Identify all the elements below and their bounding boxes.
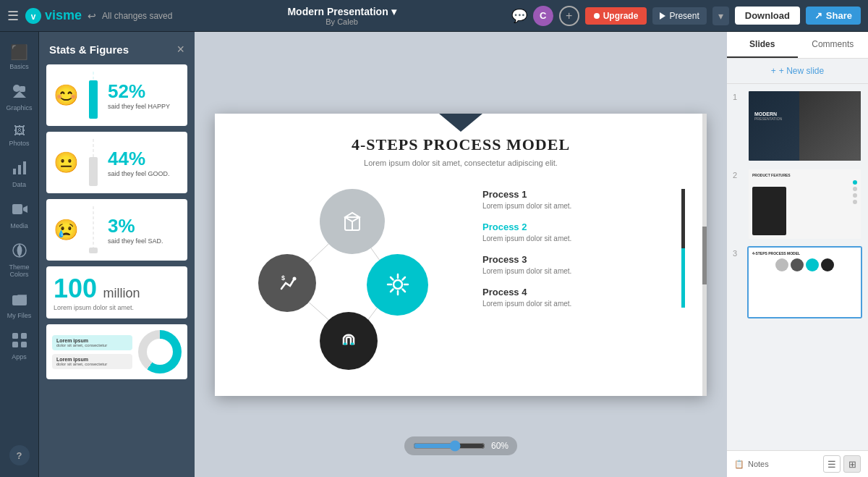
sidebar-item-media[interactable]: Media (0, 195, 38, 235)
slide-scrollbar-thumb (702, 227, 707, 284)
good-text: 44% said they feel GOOD. (108, 148, 170, 177)
upgrade-button[interactable]: Upgrade (585, 7, 647, 25)
topbar-center: Modern Presentation ▾ By Caleb (178, 6, 505, 26)
process-item-3: Process 3 Lorem ipsum dolor sit amet. (482, 254, 676, 275)
sad-stat-card[interactable]: 😢 3% said they feel SAD. (46, 199, 187, 261)
slide-num-3: 3 (733, 246, 741, 258)
svg-rect-21 (89, 248, 98, 253)
canvas-bottom: 60% (404, 436, 517, 455)
svg-line-42 (402, 290, 405, 292)
million-stat-card[interactable]: 100 million Lorem ipsum dolor sit amet. (46, 266, 187, 318)
avatar[interactable]: C (533, 6, 553, 26)
donut-chart (138, 330, 182, 373)
grid-view-button[interactable]: ⊞ (843, 455, 861, 473)
new-slide-label: + New slide (779, 66, 824, 76)
slide-thumbnail-2[interactable]: PRODUCT FEATURES (747, 168, 862, 240)
panel-title: Stats & Figures (49, 43, 129, 56)
zoom-slider[interactable] (413, 440, 485, 452)
slide-thumbnail-3[interactable]: 4-STEPS PROCESS MODEL (747, 246, 862, 318)
slide-thumbnail-1[interactable]: MODERN PRESENTATION (747, 90, 862, 162)
thumb-product-content: PRODUCT FEATURES (749, 169, 861, 239)
topbar: ☰ v visme ↩ All changes saved Modern Pre… (0, 0, 868, 32)
stats-panel: Stats & Figures × 😊 52% said they feel H… (39, 32, 195, 477)
graphics-icon (12, 83, 27, 102)
process-circle-2: $ (258, 254, 316, 312)
sidebar-item-apps[interactable]: Apps (0, 326, 38, 366)
help-button[interactable]: ? (9, 445, 30, 465)
upgrade-label: Upgrade (603, 11, 639, 21)
sidebar-item-media-label: Media (10, 222, 28, 229)
process-circle-1 (320, 189, 385, 254)
thumb-dot-1 (853, 180, 857, 185)
svg-rect-6 (18, 165, 21, 174)
present-dropdown-button[interactable]: ▾ (712, 7, 729, 25)
svg-point-2 (13, 85, 20, 92)
svg-rect-12 (12, 333, 18, 339)
add-collaborator-button[interactable]: + (559, 6, 579, 26)
present-button[interactable]: Present (652, 7, 706, 25)
sidebar-item-basics[interactable]: ⬛ Basics (0, 38, 38, 76)
sidebar-item-graphics[interactable]: Graphics (0, 77, 38, 117)
svg-point-34 (293, 277, 297, 280)
panel-header: Stats & Figures × (39, 32, 195, 64)
slide-title: 4-STEPS PROCESS MODEL (215, 135, 707, 154)
logo-text: visme (45, 8, 82, 23)
comment-icon[interactable]: 💬 (511, 8, 527, 24)
menu-icon[interactable]: ☰ (7, 8, 19, 24)
panel-close-button[interactable]: × (176, 42, 184, 57)
slide-num-1: 1 (733, 90, 741, 101)
share-button[interactable]: ↗ Share (806, 7, 861, 25)
panel-content: 😊 52% said they feel HAPPY 😐 (39, 64, 195, 477)
magnet-icon (336, 328, 362, 354)
speech-bubble-2: Lorem ipsum dolor sit amet, consectetur (52, 354, 132, 369)
thumb-process-circles (752, 258, 857, 271)
donut-inner (147, 339, 173, 365)
svg-rect-11 (12, 295, 27, 305)
tab-comments[interactable]: Comments (798, 32, 869, 58)
sidebar-item-data[interactable]: Data (0, 154, 38, 194)
svg-rect-8 (12, 204, 22, 214)
slide-subtitle: Lorem ipsum dolor sit amet, consectetur … (215, 159, 707, 167)
donut-card[interactable]: Lorem ipsum dolor sit amet, consectetur … (46, 324, 187, 379)
title-dropdown-icon[interactable]: ▾ (391, 6, 396, 17)
slides-list: 1 MODERN PRESENTATION 2 PRODUCT FEATURES (727, 84, 868, 450)
logo: v visme (25, 7, 82, 25)
tp-circle-4 (821, 258, 834, 271)
svg-rect-17 (89, 80, 98, 119)
notes-button[interactable]: 📋 Notes (734, 460, 769, 469)
slide-canvas[interactable]: 4-STEPS PROCESS MODEL Lorem ipsum dolor … (215, 114, 707, 396)
basics-icon: ⬛ (10, 43, 28, 61)
process-item-1: Process 1 Lorem ipsum dolor sit amet. (482, 189, 676, 210)
happy-emoji: 😊 (54, 83, 79, 107)
svg-line-43 (402, 277, 405, 280)
happy-stat-card[interactable]: 😊 52% said they feel HAPPY (46, 64, 187, 126)
photos-icon: 🖼 (14, 124, 25, 138)
process-2-desc: Lorem ipsum dolor sit amet. (482, 235, 676, 242)
notes-label: Notes (748, 460, 769, 468)
sad-text: 3% said they feel SAD. (108, 215, 163, 245)
sidebar-icons: ⬛ Basics Graphics 🖼 Photos Data Media (0, 32, 39, 477)
thumb-process-content: 4-STEPS PROCESS MODEL (749, 248, 861, 317)
process-1-desc: Lorem ipsum dolor sit amet. (482, 202, 676, 210)
download-button[interactable]: Download (735, 7, 800, 25)
svg-text:$: $ (281, 274, 285, 282)
new-slide-button[interactable]: + + New slide (727, 59, 868, 84)
svg-rect-19 (89, 157, 98, 186)
sad-bar-chart (86, 206, 101, 253)
tp-circle-1 (775, 258, 788, 271)
slide-scrollbar[interactable] (702, 114, 707, 396)
list-view-button[interactable]: ☰ (823, 455, 841, 473)
sidebar-item-photos[interactable]: 🖼 Photos (0, 119, 38, 153)
undo-icon[interactable]: ↩ (88, 10, 96, 22)
tab-slides[interactable]: Slides (727, 32, 798, 58)
slides-panel: Slides Comments + + New slide 1 MODERN P… (727, 32, 868, 477)
process-3-desc: Lorem ipsum dolor sit amet. (482, 267, 676, 275)
doc-title[interactable]: Modern Presentation ▾ (287, 6, 396, 17)
sidebar-item-theme-colors[interactable]: Theme Colors (0, 237, 38, 284)
sidebar-item-my-files[interactable]: My Files (0, 285, 38, 325)
speech-bubble-1: Lorem ipsum dolor sit amet, consectetur (52, 335, 132, 350)
good-stat-card[interactable]: 😐 44% said they feel GOOD. (46, 132, 187, 193)
good-bar-chart (86, 139, 101, 186)
process-list: Process 1 Lorem ipsum dolor sit amet. Pr… (482, 182, 685, 355)
sidebar-item-data-label: Data (12, 181, 26, 188)
